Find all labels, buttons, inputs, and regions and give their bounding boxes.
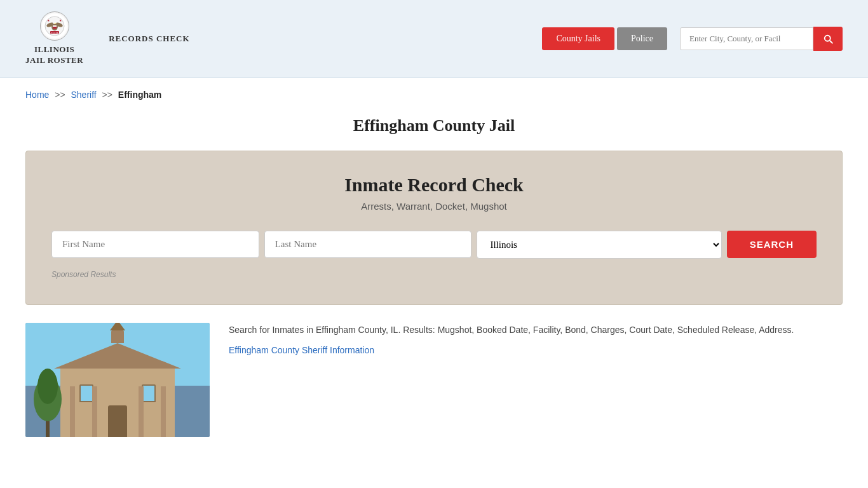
- sheriff-info-link[interactable]: Effingham County Sheriff Information: [229, 345, 374, 355]
- svg-point-15: [37, 369, 58, 404]
- svg-text:STATE: STATE: [51, 31, 58, 34]
- breadcrumb-sep1: >>: [55, 90, 65, 100]
- svg-rect-8: [53, 27, 57, 29]
- bottom-description: Search for Inmates in Effingham County, …: [229, 323, 843, 338]
- records-check-link[interactable]: RECORDS CHECK: [109, 34, 190, 44]
- breadcrumb: Home >> Sheriff >> Effingham: [0, 78, 868, 105]
- bottom-text-section: Search for Inmates in Effingham County, …: [229, 323, 843, 437]
- search-icon: [822, 33, 834, 44]
- breadcrumb-home[interactable]: Home: [25, 90, 49, 100]
- svg-rect-7: [53, 25, 57, 27]
- illinois-flag-icon: ★ ★ STATE: [40, 11, 69, 41]
- record-check-subtitle: Arrests, Warrant, Docket, Mugshot: [51, 201, 817, 212]
- header-search-bar: [680, 27, 843, 51]
- police-button[interactable]: Police: [617, 27, 667, 50]
- logo-link[interactable]: ★ ★ STATE ILLINOIS JAIL ROSTER: [25, 11, 83, 66]
- first-name-input[interactable]: [51, 231, 259, 258]
- state-select[interactable]: Illinois Alabama Alaska Arizona Arkansas…: [477, 231, 721, 259]
- courthouse-image: [25, 323, 210, 437]
- sponsored-results-label: Sponsored Results: [51, 270, 817, 279]
- breadcrumb-sep2: >>: [102, 90, 112, 100]
- record-check-box: Inmate Record Check Arrests, Warrant, Do…: [25, 151, 843, 305]
- breadcrumb-sheriff[interactable]: Sheriff: [71, 90, 97, 100]
- page-title: Effingham County Jail: [0, 116, 868, 135]
- county-jails-button[interactable]: County Jails: [542, 27, 614, 50]
- header-nav: County Jails Police: [542, 27, 843, 51]
- record-check-title: Inmate Record Check: [51, 174, 817, 196]
- tree-left-icon: [29, 361, 67, 437]
- record-form: Illinois Alabama Alaska Arizona Arkansas…: [51, 231, 817, 259]
- logo-text: ILLINOIS JAIL ROSTER: [25, 44, 83, 66]
- last-name-input[interactable]: [264, 231, 472, 258]
- bottom-content: Search for Inmates in Effingham County, …: [25, 323, 843, 456]
- breadcrumb-current: Effingham: [118, 90, 161, 100]
- record-search-button[interactable]: SEARCH: [727, 231, 817, 258]
- header: ★ ★ STATE ILLINOIS JAIL ROSTER RECORDS C…: [0, 0, 868, 78]
- header-search-button[interactable]: [813, 27, 843, 51]
- header-search-input[interactable]: [680, 27, 813, 50]
